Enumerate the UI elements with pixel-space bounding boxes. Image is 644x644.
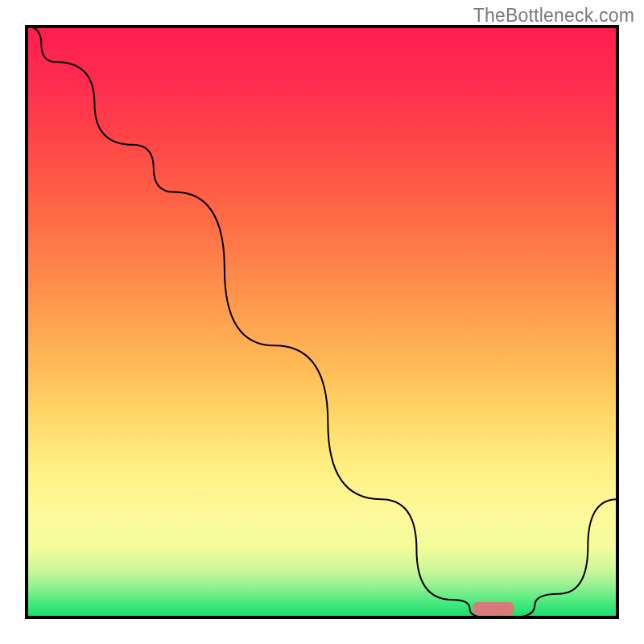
chart-svg xyxy=(0,0,644,644)
chart-canvas: TheBottleneck.com xyxy=(0,0,644,644)
min-marker xyxy=(473,602,514,615)
plot-background xyxy=(27,27,617,617)
